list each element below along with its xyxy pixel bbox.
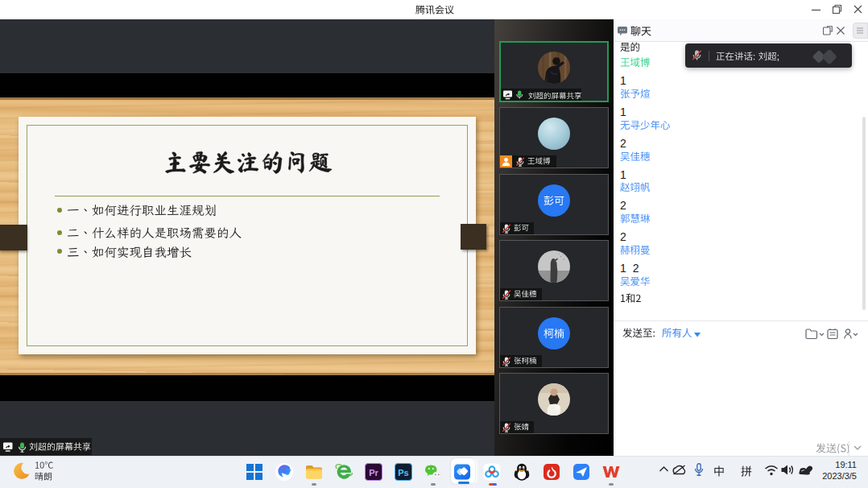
svg-text:Pr: Pr [369, 468, 378, 478]
svg-text:Ps: Ps [398, 468, 408, 478]
